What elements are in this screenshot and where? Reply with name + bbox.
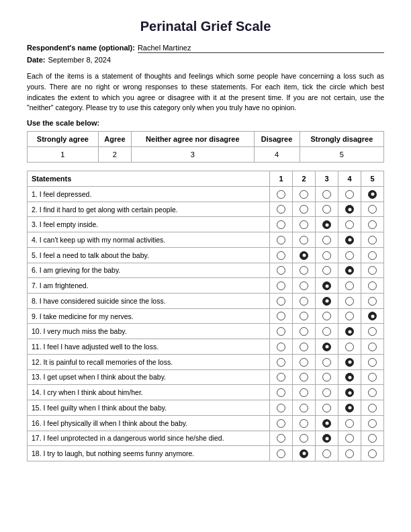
- radio-option[interactable]: [277, 388, 285, 397]
- radio-option[interactable]: [345, 220, 354, 229]
- radio-option[interactable]: [322, 205, 331, 214]
- radio-option[interactable]: [300, 449, 308, 458]
- radio-option[interactable]: [345, 434, 354, 443]
- table-row: 12. It is painful to recall memories of …: [28, 354, 384, 369]
- radio-option[interactable]: [300, 251, 308, 260]
- radio-option[interactable]: [345, 373, 354, 382]
- radio-option[interactable]: [300, 312, 308, 320]
- radio-option[interactable]: [322, 404, 331, 412]
- radio-option[interactable]: [322, 373, 331, 382]
- radio-option[interactable]: [300, 404, 308, 412]
- radio-option[interactable]: [368, 419, 377, 428]
- radio-option[interactable]: [322, 190, 331, 199]
- radio-option[interactable]: [345, 281, 354, 290]
- radio-option[interactable]: [345, 404, 354, 412]
- radio-option[interactable]: [322, 220, 331, 229]
- radio-option[interactable]: [322, 312, 331, 320]
- radio-option[interactable]: [322, 388, 331, 397]
- radio-option[interactable]: [345, 449, 354, 458]
- table-row: 1. I feel depressed.: [28, 187, 384, 202]
- radio-option[interactable]: [322, 281, 331, 290]
- radio-option[interactable]: [345, 266, 354, 275]
- radio-option[interactable]: [368, 449, 377, 458]
- radio-option[interactable]: [368, 251, 377, 260]
- radio-option[interactable]: [300, 358, 308, 367]
- radio-option[interactable]: [345, 190, 354, 199]
- radio-option[interactable]: [300, 434, 308, 443]
- radio-option[interactable]: [300, 297, 308, 306]
- table-row: 17. I feel unprotected in a dangerous wo…: [28, 431, 384, 446]
- radio-option[interactable]: [277, 358, 285, 367]
- radio-option[interactable]: [322, 434, 331, 443]
- radio-option[interactable]: [277, 327, 285, 336]
- radio-option[interactable]: [322, 327, 331, 336]
- radio-option[interactable]: [277, 220, 285, 229]
- radio-option[interactable]: [368, 343, 377, 351]
- radio-option[interactable]: [322, 251, 331, 260]
- radio-option[interactable]: [322, 297, 331, 306]
- radio-option[interactable]: [368, 327, 377, 336]
- table-row: 5. I feel a need to talk about the baby.: [28, 247, 384, 263]
- radio-option[interactable]: [345, 297, 354, 306]
- radio-option[interactable]: [300, 266, 308, 275]
- radio-option[interactable]: [277, 419, 285, 428]
- radio-option[interactable]: [277, 190, 285, 199]
- radio-option[interactable]: [300, 220, 308, 229]
- radio-option[interactable]: [345, 327, 354, 336]
- radio-option[interactable]: [322, 419, 331, 428]
- radio-option[interactable]: [277, 449, 285, 458]
- radio-option[interactable]: [368, 312, 377, 320]
- radio-option[interactable]: [300, 388, 308, 397]
- radio-option[interactable]: [300, 419, 308, 428]
- radio-option[interactable]: [368, 205, 377, 214]
- radio-option[interactable]: [277, 404, 285, 412]
- radio-option[interactable]: [322, 449, 331, 458]
- radio-option[interactable]: [368, 220, 377, 229]
- radio-option[interactable]: [300, 236, 308, 245]
- radio-option[interactable]: [368, 266, 377, 275]
- table-row: 14. I cry when I think about him/her.: [28, 385, 384, 400]
- radio-option[interactable]: [368, 297, 377, 306]
- table-row: 16. I feel physically ill when I think a…: [28, 415, 384, 431]
- radio-option[interactable]: [277, 205, 285, 214]
- radio-option[interactable]: [277, 236, 285, 245]
- radio-option[interactable]: [368, 281, 377, 290]
- radio-option[interactable]: [300, 373, 308, 382]
- radio-option[interactable]: [277, 266, 285, 275]
- radio-option[interactable]: [368, 236, 377, 245]
- radio-option[interactable]: [368, 190, 377, 199]
- radio-option[interactable]: [368, 404, 377, 412]
- radio-option[interactable]: [345, 251, 354, 260]
- radio-option[interactable]: [368, 373, 377, 382]
- radio-option[interactable]: [277, 343, 285, 351]
- radio-option[interactable]: [368, 358, 377, 367]
- radio-option[interactable]: [277, 312, 285, 320]
- radio-option[interactable]: [345, 312, 354, 320]
- radio-option[interactable]: [300, 190, 308, 199]
- radio-option[interactable]: [300, 205, 308, 214]
- radio-option[interactable]: [277, 251, 285, 260]
- radio-option[interactable]: [322, 343, 331, 351]
- radio-option[interactable]: [322, 236, 331, 245]
- radio-option[interactable]: [345, 388, 354, 397]
- respondent-value: Rachel Martinez: [138, 44, 384, 53]
- radio-option[interactable]: [277, 297, 285, 306]
- table-row: 9. I take medicine for my nerves.: [28, 308, 384, 324]
- radio-option[interactable]: [345, 358, 354, 367]
- radio-option[interactable]: [300, 343, 308, 351]
- radio-option[interactable]: [345, 343, 354, 351]
- radio-option[interactable]: [277, 281, 285, 290]
- radio-option[interactable]: [345, 236, 354, 245]
- radio-option[interactable]: [322, 358, 331, 367]
- radio-option[interactable]: [345, 205, 354, 214]
- radio-option[interactable]: [368, 434, 377, 443]
- date-value: September 8, 2024: [48, 56, 384, 64]
- radio-option[interactable]: [277, 434, 285, 443]
- radio-option[interactable]: [300, 281, 308, 290]
- table-row: 7. I am frightened.: [28, 278, 384, 294]
- radio-option[interactable]: [368, 388, 377, 397]
- radio-option[interactable]: [300, 327, 308, 336]
- radio-option[interactable]: [322, 266, 331, 275]
- radio-option[interactable]: [277, 373, 285, 382]
- radio-option[interactable]: [345, 419, 354, 428]
